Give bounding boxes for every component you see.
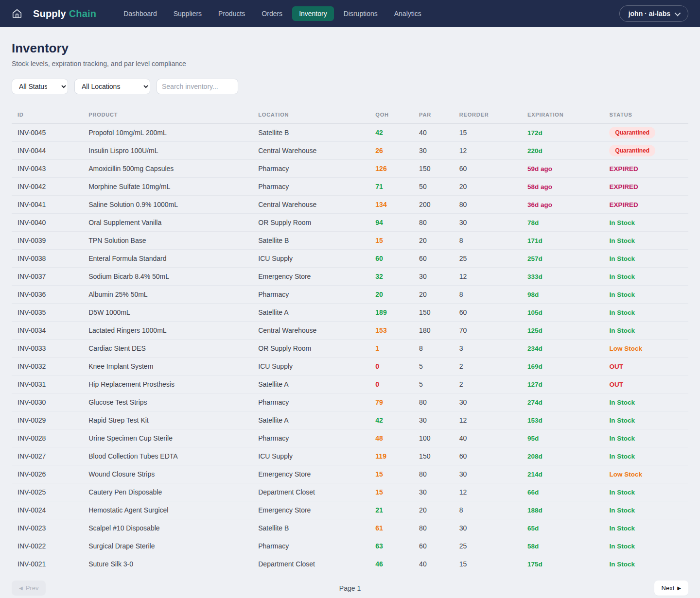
table-row: INV-0039TPN Solution BaseSatellite B1520… (12, 232, 688, 250)
row-product: Surgical Drape Sterile (83, 537, 252, 555)
row-status: In Stock (603, 429, 688, 447)
row-id: INV-0043 (12, 160, 83, 178)
row-location: Central Warehouse (252, 196, 369, 214)
row-location: Satellite A (252, 304, 369, 322)
nav-item-orders[interactable]: Orders (255, 6, 289, 21)
row-status: In Stock (603, 268, 688, 286)
row-expiration: 95d (522, 429, 603, 447)
row-status: In Stock (603, 250, 688, 268)
row-par: 5 (413, 358, 454, 376)
row-expiration-value: 59d ago (527, 165, 552, 172)
status-badge: In Stock (609, 489, 635, 496)
row-status: In Stock (603, 537, 688, 555)
row-expiration: 153d (522, 411, 603, 429)
nav-item-suppliers[interactable]: Suppliers (167, 6, 209, 21)
row-location: Satellite A (252, 376, 369, 393)
row-expiration-value: 125d (527, 327, 542, 334)
row-reorder: 80 (454, 196, 522, 214)
column-header-par: PAR (413, 107, 454, 124)
table-row: INV-0033Cardiac Stent DESOR Supply Room1… (12, 340, 688, 358)
row-status: In Stock (603, 214, 688, 232)
table-row: INV-0023Scalpel #10 DisposableSatellite … (12, 519, 688, 537)
row-qoh: 15 (369, 232, 413, 250)
nav-item-dashboard[interactable]: Dashboard (117, 6, 164, 21)
nav-item-disruptions[interactable]: Disruptions (337, 6, 385, 21)
row-qoh: 26 (369, 142, 413, 160)
nav-item-inventory[interactable]: Inventory (292, 6, 334, 21)
nav-item-analytics[interactable]: Analytics (387, 6, 428, 21)
row-id: INV-0026 (12, 465, 83, 483)
row-status: OUT (603, 376, 688, 393)
row-id: INV-0028 (12, 429, 83, 447)
row-par: 40 (413, 555, 454, 573)
table-row: INV-0034Lactated Ringers 1000mLCentral W… (12, 322, 688, 340)
row-id: INV-0033 (12, 340, 83, 358)
row-reorder: 60 (454, 160, 522, 178)
row-product: Rapid Strep Test Kit (83, 411, 252, 429)
row-reorder: 15 (454, 555, 522, 573)
row-par: 30 (413, 268, 454, 286)
row-expiration-value: 172d (527, 129, 542, 137)
row-par: 200 (413, 196, 454, 214)
status-badge: EXPIRED (609, 183, 638, 190)
row-status: In Stock (603, 304, 688, 322)
row-product: Glucose Test Strips (83, 393, 252, 411)
row-id: INV-0044 (12, 142, 83, 160)
prev-page-button[interactable]: ◀ Prev (12, 581, 46, 596)
row-reorder: 12 (454, 411, 522, 429)
table-row: INV-0036Albumin 25% 50mLPharmacy2020898d… (12, 286, 688, 304)
row-par: 80 (413, 214, 454, 232)
row-product: Saline Solution 0.9% 1000mL (83, 196, 252, 214)
row-par: 150 (413, 447, 454, 465)
next-page-button[interactable]: Next ▶ (654, 581, 688, 596)
row-par: 30 (413, 411, 454, 429)
row-product: TPN Solution Base (83, 232, 252, 250)
row-par: 100 (413, 429, 454, 447)
table-row: INV-0040Oral Supplement VanillaOR Supply… (12, 214, 688, 232)
row-location: Pharmacy (252, 286, 369, 304)
row-status: In Stock (603, 322, 688, 340)
row-qoh: 71 (369, 178, 413, 196)
row-status: Quarantined (603, 142, 688, 160)
nav-item-products[interactable]: Products (211, 6, 252, 21)
row-location: Department Closet (252, 555, 369, 573)
row-product: Suture Silk 3-0 (83, 555, 252, 573)
row-product: Propofol 10mg/mL 200mL (83, 124, 252, 142)
location-filter-select[interactable]: All Locations (74, 79, 150, 94)
search-input[interactable] (157, 79, 238, 94)
row-id: INV-0027 (12, 447, 83, 465)
row-location: Department Closet (252, 483, 369, 501)
row-qoh: 60 (369, 250, 413, 268)
row-par: 60 (413, 537, 454, 555)
row-location: Pharmacy (252, 393, 369, 411)
pagination-bar: ◀ Prev Page 1 Next ▶ (12, 581, 688, 596)
status-badge: In Stock (609, 543, 635, 550)
table-row: INV-0022Surgical Drape SterilePharmacy63… (12, 537, 688, 555)
row-expiration: 98d (522, 286, 603, 304)
user-menu-button[interactable]: john · ai-labs (619, 5, 688, 22)
row-qoh: 1 (369, 340, 413, 358)
column-header-reorder: REORDER (454, 107, 522, 124)
row-reorder: 3 (454, 340, 522, 358)
status-badge: In Stock (609, 399, 635, 406)
row-id: INV-0023 (12, 519, 83, 537)
row-id: INV-0021 (12, 555, 83, 573)
status-badge: Low Stock (609, 471, 642, 478)
logo-word-supply: Supply (33, 8, 66, 19)
row-expiration-value: 188d (527, 507, 542, 514)
row-expiration-value: 58d (527, 543, 539, 550)
row-par: 20 (413, 501, 454, 519)
row-expiration-value: 66d (527, 489, 539, 496)
home-icon[interactable] (12, 8, 22, 19)
row-expiration: 234d (522, 340, 603, 358)
table-row: INV-0037Sodium Bicarb 8.4% 50mLEmergency… (12, 268, 688, 286)
row-product: Amoxicillin 500mg Capsules (83, 160, 252, 178)
status-badge: In Stock (609, 237, 635, 244)
row-qoh: 42 (369, 124, 413, 142)
status-filter-select[interactable]: All Statuses (12, 79, 68, 94)
row-reorder: 12 (454, 142, 522, 160)
row-product: Sodium Bicarb 8.4% 50mL (83, 268, 252, 286)
row-par: 80 (413, 465, 454, 483)
table-row: INV-0044Insulin Lispro 100U/mLCentral Wa… (12, 142, 688, 160)
status-badge: In Stock (609, 435, 635, 442)
